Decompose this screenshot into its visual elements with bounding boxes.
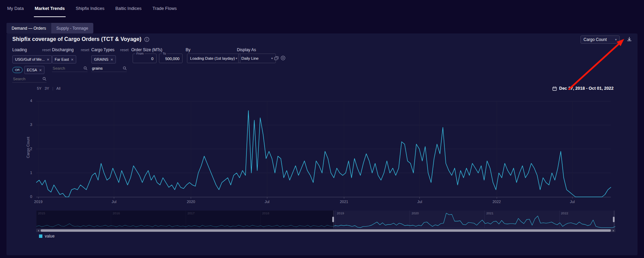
copy-icon	[274, 56, 279, 60]
arrow-left-icon	[37, 230, 39, 232]
close-icon[interactable]: ×	[47, 57, 50, 62]
y-axis-tick-labels: 01234	[25, 98, 34, 201]
navigator-chart[interactable]	[36, 211, 615, 228]
filter-cargo-types: Cargo Types reset GRAINS ×	[91, 47, 129, 72]
sub-tabs: Demand — Orders Supply - Tonnage	[6, 23, 93, 33]
y-tick-label: 4	[30, 99, 32, 103]
close-icon[interactable]: ×	[71, 57, 74, 62]
y-tick-label: 2	[30, 147, 32, 151]
discharging-label: Discharging	[52, 47, 73, 52]
discharging-reset-link[interactable]: reset	[81, 48, 89, 52]
y-tick-label: 0	[30, 195, 32, 199]
legend-label: value	[45, 234, 55, 239]
loading-tag-usg[interactable]: USG/Gulf of Me... ×	[12, 55, 52, 63]
filter-loading: Loading reset USG/Gulf of Me... × OR ECS…	[12, 47, 51, 83]
legend-item-value[interactable]: value	[39, 234, 55, 239]
nav-item-shipfix-indices[interactable]: Shipfix Indices	[75, 0, 105, 17]
loading-tag-usg-label: USG/Gulf of Me...	[15, 57, 45, 61]
range-button-3y[interactable]: 3Y	[44, 86, 49, 90]
navigator-right-handle[interactable]	[613, 217, 615, 222]
duplicate-chart-button[interactable]	[273, 55, 279, 61]
cargo-tag-grains-label: GRAINS	[94, 57, 108, 61]
navigator-left-handle[interactable]	[332, 217, 334, 222]
top-nav: My Data Market Trends Shipfix Indices Ba…	[6, 0, 177, 17]
x-tick-label: 2019	[31, 200, 46, 204]
close-icon[interactable]: ×	[110, 57, 113, 62]
x-tick-label: 2021	[337, 200, 352, 204]
nav-item-my-data[interactable]: My Data	[6, 0, 24, 17]
order-size-to-box: To	[159, 54, 183, 63]
loading-tag-ecsa[interactable]: ECSA ×	[24, 66, 45, 74]
add-circle-icon	[281, 56, 285, 60]
close-icon[interactable]: ×	[39, 68, 42, 73]
scrollbar-thumb[interactable]	[41, 229, 611, 232]
x-tick-label: Jul	[565, 200, 580, 204]
x-tick-label: Jul	[259, 200, 274, 204]
display-as-label: Display As	[237, 47, 256, 52]
cargo-tag-grains[interactable]: GRAINS ×	[91, 55, 116, 63]
range-divider: |	[52, 86, 53, 90]
metric-dropdown[interactable]: Cargo Count ▾	[580, 35, 620, 44]
chevron-down-icon: ▾	[615, 38, 617, 41]
discharging-tag-far-east[interactable]: Far East ×	[52, 55, 76, 63]
loading-search-input[interactable]	[12, 76, 40, 81]
y-tick-label: 1	[30, 171, 32, 175]
nav-item-market-trends[interactable]: Market Trends	[34, 0, 65, 17]
filter-discharging: Discharging reset Far East ×	[52, 47, 89, 72]
navigator-svg	[36, 211, 615, 228]
add-chart-button[interactable]	[280, 55, 286, 61]
tab-supply-tonnage[interactable]: Supply - Tonnage	[51, 23, 93, 33]
search-icon[interactable]	[42, 77, 46, 81]
metric-dropdown-value: Cargo Count	[583, 37, 607, 42]
chart-panel: Shipfix coverage of Cargo Orders (TCT & …	[6, 33, 638, 255]
order-size-from-input[interactable]	[135, 54, 154, 63]
page-title: Shipfix coverage of Cargo Orders (TCT & …	[12, 36, 142, 42]
panel-title-row: Shipfix coverage of Cargo Orders (TCT & …	[12, 36, 149, 42]
calendar-icon	[552, 86, 557, 91]
date-range-picker[interactable]: Dec 27, 2018 - Oct 01, 2022	[552, 86, 614, 91]
main-chart-svg	[36, 98, 613, 201]
search-icon[interactable]	[123, 66, 127, 70]
scroll-left-button[interactable]	[36, 229, 40, 232]
by-dropdown[interactable]: Loading Date (1st layday) ▾	[187, 54, 240, 63]
order-size-from-box: From	[133, 54, 157, 63]
range-button-all[interactable]: All	[56, 86, 61, 90]
by-label: By	[186, 47, 190, 52]
scroll-right-button[interactable]	[612, 229, 615, 232]
or-operator-pill[interactable]: OR	[12, 67, 23, 73]
main-chart[interactable]	[36, 98, 613, 201]
x-tick-label: Jul	[412, 200, 427, 204]
display-as-dropdown[interactable]: Daily Line ▾	[238, 54, 276, 63]
order-size-to-input[interactable]	[161, 54, 180, 63]
display-as-dropdown-value: Daily Line	[241, 56, 259, 60]
loading-reset-link[interactable]: reset	[42, 48, 51, 52]
x-axis-tick-labels: 2019Jul2020Jul2021Jul2022Jul	[36, 200, 613, 204]
app-root: { "colors": {"line": "#36b7d9", "arrow":…	[0, 0, 644, 258]
cargo-types-search-input[interactable]	[91, 66, 119, 71]
range-selector: 5Y 3Y | All	[37, 86, 61, 90]
search-icon[interactable]	[83, 66, 88, 70]
x-tick-label: Jul	[107, 200, 122, 204]
horizontal-scrollbar	[36, 229, 615, 232]
info-icon[interactable]	[144, 37, 149, 42]
by-dropdown-value: Loading Date (1st layday)	[190, 56, 235, 60]
range-button-5y[interactable]: 5Y	[37, 86, 41, 90]
loading-tag-ecsa-label: ECSA	[27, 68, 37, 72]
download-button[interactable]	[626, 36, 633, 43]
discharging-tag-far-east-label: Far East	[55, 57, 69, 61]
scrollbar-track[interactable]	[40, 229, 612, 232]
discharging-search-input[interactable]	[52, 66, 80, 71]
chevron-down-icon: ▾	[271, 57, 273, 60]
cargo-types-reset-link[interactable]: reset	[120, 48, 129, 52]
order-size-label: Order Size (MTs)	[131, 47, 162, 52]
download-icon	[627, 37, 632, 42]
tab-demand-orders[interactable]: Demand — Orders	[6, 23, 51, 33]
nav-item-baltic-indices[interactable]: Baltic Indices	[115, 0, 142, 17]
chevron-down-icon: ▾	[236, 57, 237, 60]
date-range-text: Dec 27, 2018 - Oct 01, 2022	[559, 86, 614, 91]
x-tick-label: 2022	[489, 200, 504, 204]
arrow-right-icon	[613, 230, 615, 232]
y-tick-label: 3	[30, 123, 32, 127]
nav-item-trade-flows[interactable]: Trade Flows	[152, 0, 177, 17]
x-tick-label: 2020	[184, 200, 199, 204]
